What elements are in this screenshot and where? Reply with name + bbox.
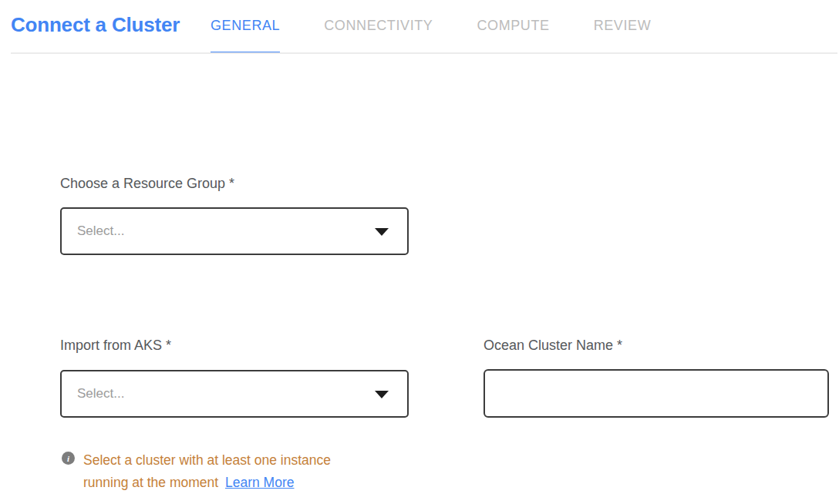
page-title: Connect a Cluster (11, 13, 180, 37)
learn-more-link[interactable]: Learn More (225, 475, 295, 490)
import-aks-select[interactable]: Select... (60, 370, 409, 418)
resource-group-placeholder: Select... (77, 223, 124, 239)
chevron-down-icon (375, 391, 389, 398)
tab-connectivity-label: CONNECTIVITY (324, 18, 433, 34)
ocean-cluster-name-label: Ocean Cluster Name * (484, 338, 622, 354)
tab-review[interactable]: REVIEW (594, 0, 652, 54)
tab-general[interactable]: GENERAL (211, 0, 280, 54)
info-icon: i (62, 452, 75, 465)
tab-connectivity[interactable]: CONNECTIVITY (324, 0, 433, 54)
wizard-tabs: GENERAL CONNECTIVITY COMPUTE REVIEW (211, 0, 651, 54)
note-text: Select a cluster with at least one insta… (83, 449, 370, 493)
tab-compute-label: COMPUTE (477, 18, 549, 34)
tab-compute[interactable]: COMPUTE (477, 0, 549, 54)
header-divider (11, 52, 837, 54)
chevron-down-icon (375, 228, 389, 236)
import-aks-placeholder: Select... (77, 386, 124, 402)
resource-group-select[interactable]: Select... (60, 207, 409, 255)
resource-group-label: Choose a Resource Group * (60, 176, 234, 192)
cluster-instance-note: i Select a cluster with at least one ins… (62, 449, 370, 493)
tab-review-label: REVIEW (594, 18, 652, 34)
import-aks-label: Import from AKS * (60, 338, 171, 354)
wizard-header: Connect a Cluster GENERAL CONNECTIVITY C… (0, 0, 839, 54)
tab-general-label: GENERAL (211, 18, 280, 34)
ocean-cluster-name-input[interactable] (484, 369, 829, 418)
